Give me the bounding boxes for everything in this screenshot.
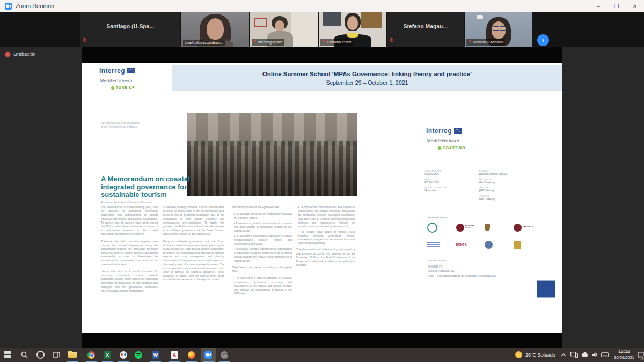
- interreg-tuneup-logo: interreg Mediterranean TUNE UP: [99, 67, 140, 90]
- blue-square-graphic: [537, 280, 555, 298]
- tray-onedrive-icon[interactable]: [580, 348, 590, 362]
- partner-logo-bluetext: [427, 239, 453, 250]
- video-tile-stefano[interactable]: Stefano Magau...: [387, 12, 464, 47]
- windows-taskbar: X W A 26°C Soleado 12:22 30/0: [0, 348, 644, 362]
- event-title: Online Summer School ‘MPAs Governance: l…: [262, 71, 472, 77]
- participant-name: Stefano Magau...: [387, 24, 464, 29]
- office-app-icon[interactable]: [116, 348, 131, 362]
- clock-time: 12:22: [611, 349, 638, 354]
- video-tile-meeting-space[interactable]: meeting-space: [250, 12, 318, 47]
- participant-name: josefinalopezgaldean...: [185, 40, 223, 46]
- group-photo: [187, 113, 357, 196]
- next-participants-button[interactable]: ›: [537, 34, 549, 46]
- partner-logo-crest: [485, 221, 510, 233]
- media-app-icon[interactable]: [217, 348, 232, 362]
- mic-muted-icon: [253, 39, 257, 46]
- task-view-icon[interactable]: [49, 348, 64, 362]
- recording-label: Grabación: [13, 51, 36, 57]
- zoom-meeting-window: Zoom Reunión – ❐ ✕ Santiago (U-Spa... jo…: [0, 0, 644, 362]
- partner-logo-dunea: DUNEA: [456, 239, 482, 250]
- mediterranean-wordmark: Mediterranean: [426, 138, 459, 143]
- mediterranean-wordmark: Mediterranean: [99, 78, 132, 83]
- file-explorer-icon[interactable]: [65, 348, 80, 362]
- photo-caption: Opening partners and stakeholders at the…: [101, 122, 160, 129]
- firefox-icon[interactable]: [184, 348, 199, 362]
- weather-widget[interactable]: 26°C Soleado: [515, 348, 555, 362]
- participant-name: Santiago (U-Spa...: [80, 24, 180, 29]
- action-center-icon[interactable]: 1: [638, 348, 644, 362]
- interreg-wordmark: interreg: [426, 127, 452, 135]
- partner-logos: REGIONE LAZIO SAPIENZA DUNEA: [427, 221, 539, 250]
- notification-badge: 1: [640, 356, 644, 360]
- sun-icon: [515, 351, 522, 358]
- shared-slide: interreg Mediterranean TUNE UP Online Su…: [82, 63, 562, 333]
- eu-flag-icon: [127, 68, 135, 73]
- zoom-app-icon: [5, 3, 12, 10]
- mic-muted-icon: [390, 35, 394, 45]
- article-column-1: The Memorandum of Understanding (MoU) ha…: [101, 205, 158, 320]
- tray-volume-icon[interactable]: [590, 348, 601, 362]
- tray-chevron-icon[interactable]: [558, 348, 569, 362]
- excel-icon[interactable]: X: [100, 348, 115, 362]
- spotify-icon[interactable]: [131, 348, 146, 362]
- zoom-taskbar-icon[interactable]: [201, 348, 216, 362]
- project-name: TUNE UP: [116, 86, 135, 90]
- event-banner: Online Summer School ‘MPAs Governance: l…: [172, 65, 562, 91]
- participant-name: Carolina Pozzi: [327, 40, 351, 45]
- close-button[interactable]: ✕: [626, 0, 644, 12]
- tray-display-icon[interactable]: [569, 348, 580, 362]
- start-button[interactable]: [0, 348, 15, 362]
- video-tile-romina[interactable]: Romina D'Ascanio: [465, 12, 532, 47]
- cortana-icon[interactable]: [33, 348, 48, 362]
- article-heading: A Memorandum on coastal integrated gover…: [101, 175, 196, 199]
- project-dot-icon: [438, 146, 441, 150]
- article-column-2: It identified working problems such as u…: [163, 205, 224, 320]
- partner-logo-blue-emblem: [485, 239, 510, 250]
- project-name: COASTING: [443, 146, 465, 150]
- partner-logo-gold-emblem: [514, 239, 539, 250]
- taskbar-clock[interactable]: 12:22 30/09/2021: [611, 349, 638, 360]
- title-bar: Zoom Reunión – ❐ ✕: [0, 0, 644, 12]
- video-tile-santiago[interactable]: Santiago (U-Spa...: [80, 12, 180, 47]
- chrome-icon[interactable]: [84, 348, 99, 362]
- event-dates: September 29 – October 1, 2021: [326, 79, 408, 86]
- mic-muted-icon: [468, 39, 472, 46]
- mic-muted-icon: [83, 35, 87, 45]
- video-tile-carolina[interactable]: Carolina Pozzi: [319, 12, 386, 47]
- clock-date: 30/09/2021: [611, 354, 638, 360]
- partner-logo-seal: [427, 221, 453, 233]
- partner-logo-regione-lazio: REGIONE LAZIO: [456, 221, 482, 233]
- recording-dot-icon: [5, 52, 10, 57]
- participant-name: Romina D'Ascanio: [473, 40, 503, 45]
- search-icon[interactable]: [17, 348, 32, 362]
- window-title: Zoom Reunión: [16, 3, 54, 9]
- interreg-coasting-logo: interreg Mediterranean COASTING: [426, 127, 466, 150]
- associated-list: UNIMED (IT) Junta de Andalucía (ES) FEMP…: [428, 263, 552, 277]
- eu-flag-icon: [454, 128, 462, 134]
- project-dot-icon: [111, 86, 114, 90]
- tray-keyboard-icon[interactable]: [599, 348, 610, 362]
- recording-indicator[interactable]: Grabación: [5, 51, 36, 57]
- participant-name: meeting-space: [258, 40, 283, 45]
- weather-temp: 26°C: [525, 352, 536, 358]
- partnership-label: PARTNERSHIP: [428, 216, 448, 219]
- article-column-3: The main purposes of the Agreement are: …: [232, 205, 292, 320]
- video-tile-josefina[interactable]: josefinalopezgaldean...: [181, 12, 249, 47]
- interreg-wordmark: interreg: [99, 67, 125, 75]
- weather-condition: Soleado: [538, 352, 555, 358]
- article-subtitle: Andalusian Federation of Towns and Provi…: [101, 201, 192, 204]
- minimize-button[interactable]: –: [589, 0, 608, 12]
- mic-muted-icon: [322, 39, 326, 46]
- article-column-4: To improve the coordination and effectiv…: [296, 205, 355, 320]
- project-info: Total budget 975.202,06 € ERDF 806.941,7…: [424, 170, 553, 203]
- partner-logo-sapienza: SAPIENZA: [514, 221, 539, 233]
- word-icon[interactable]: W: [148, 348, 163, 362]
- maximize-button[interactable]: ❐: [608, 0, 626, 12]
- acrobat-icon[interactable]: A: [167, 348, 182, 362]
- associated-label: ASSOCIATED: [428, 259, 446, 262]
